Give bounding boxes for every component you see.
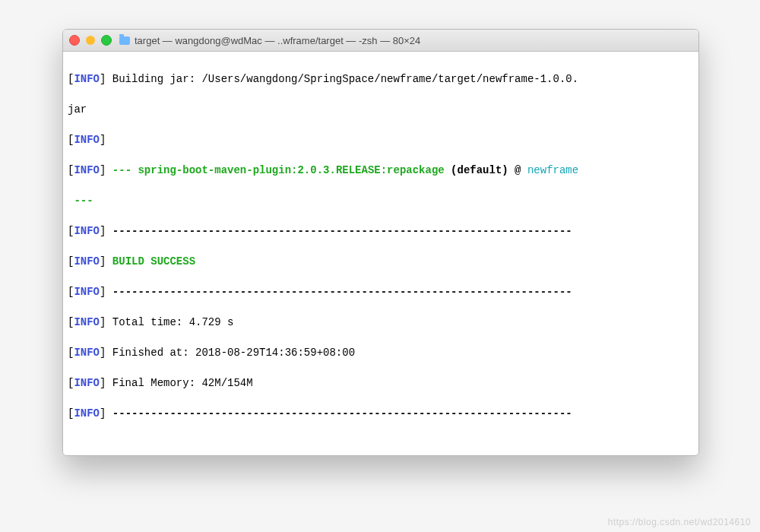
titlebar[interactable]: target — wangdong@wdMac — ..wframe/targe… — [63, 30, 698, 52]
log-line: [INFO] ---------------------------------… — [68, 406, 694, 421]
log-line: [INFO] Total time: 4.729 s — [68, 315, 694, 330]
maximize-icon[interactable] — [101, 35, 112, 46]
blank-line — [68, 436, 694, 451]
log-line: --- — [68, 193, 694, 208]
terminal-content[interactable]: [INFO] Building jar: /Users/wangdong/Spr… — [63, 52, 698, 455]
terminal-window: target — wangdong@wdMac — ..wframe/targe… — [62, 29, 699, 456]
log-line: [INFO] ---------------------------------… — [68, 223, 694, 239]
window-title: target — wangdong@wdMac — ..wframe/targe… — [135, 35, 420, 46]
log-line: [INFO] Finished at: 2018-08-29T14:36:59+… — [68, 345, 694, 360]
log-line: jar — [68, 102, 694, 117]
watermark-text: https://blog.csdn.net/wd2014610 — [608, 517, 751, 527]
log-line: [INFO] ---------------------------------… — [68, 284, 694, 299]
close-icon[interactable] — [69, 35, 80, 46]
log-line: [INFO] Final Memory: 42M/154M — [68, 375, 694, 391]
log-line: [INFO] BUILD SUCCESS — [68, 254, 694, 269]
window-controls — [69, 35, 112, 46]
log-line: [INFO] Building jar: /Users/wangdong/Spr… — [68, 71, 694, 87]
log-line: [INFO] --- spring-boot-maven-plugin:2.0.… — [68, 163, 694, 178]
log-line: [INFO] — [68, 132, 694, 147]
folder-icon — [119, 36, 130, 45]
minimize-icon[interactable] — [86, 36, 95, 45]
